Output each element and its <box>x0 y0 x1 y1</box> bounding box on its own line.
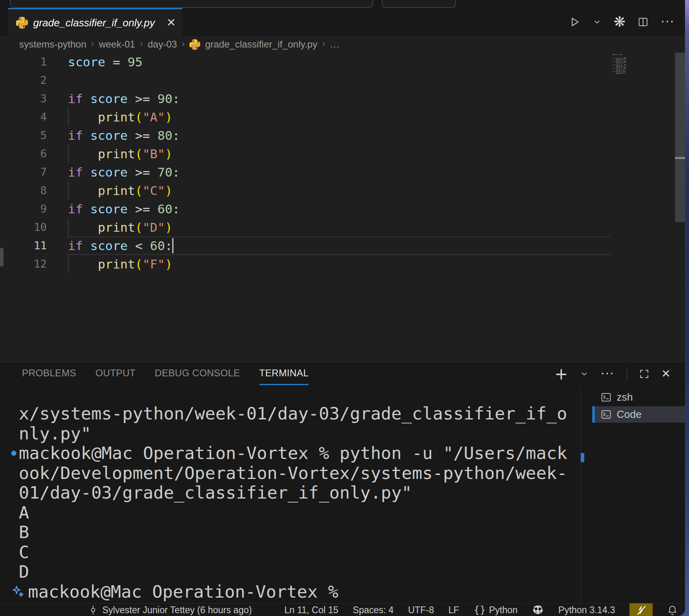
code-line[interactable]: 11if score < 60: <box>0 236 685 255</box>
status-notifications[interactable] <box>667 604 678 616</box>
activity-bar-sliver[interactable] <box>0 248 4 266</box>
play-icon <box>569 16 581 28</box>
chevron-down-icon <box>580 370 589 378</box>
panel-tab-problems[interactable]: PROBLEMS <box>22 362 76 385</box>
panel-tabs: PROBLEMSOUTPUTDEBUG CONSOLETERMINAL <box>22 362 309 385</box>
terminal-profile-dropdown[interactable] <box>580 370 589 378</box>
command-center[interactable] <box>10 0 373 8</box>
code-line[interactable]: 2 <box>0 71 685 89</box>
terminal-tab-zsh[interactable]: zsh <box>592 389 685 405</box>
minimap[interactable]: score = 95if score >= 90: print("A")if s… <box>612 54 672 75</box>
current-line-highlight <box>67 236 611 255</box>
breadcrumb-item[interactable]: grade_classifier_if_only.py <box>205 39 317 50</box>
code-line[interactable]: 9if score >= 60: <box>0 200 685 218</box>
status-language-mode[interactable]: {}Python <box>474 604 518 616</box>
code-text: if score >= 70: <box>47 163 180 181</box>
status-python-interpreter[interactable]: Python 3.14.3 <box>558 604 615 616</box>
status-label: Ln 11, Col 15 <box>284 605 338 616</box>
editor-tab[interactable]: grade_classifier_if_only.py ✕ <box>8 8 182 36</box>
code-text: if score >= 90: <box>47 89 180 108</box>
code-text: print("F") <box>47 255 172 273</box>
code-line[interactable]: 8 print("C") <box>0 181 685 200</box>
terminal-text: A <box>19 503 29 523</box>
status-python-env-warning[interactable] <box>629 603 653 616</box>
new-terminal[interactable]: + <box>554 366 568 382</box>
status-encoding[interactable]: UTF-8 <box>408 604 434 616</box>
status-label: Python <box>489 605 518 616</box>
terminal-output[interactable]: x/systems-python/week-01/day-03/grade_cl… <box>19 404 567 602</box>
plus-icon: + <box>554 366 568 382</box>
status-label: Python 3.14.3 <box>558 605 615 616</box>
code-editor[interactable]: 1score = 9523if score >= 90:4 print("A")… <box>0 53 685 362</box>
breadcrumb-item[interactable]: systems-python <box>19 39 86 50</box>
code-line[interactable]: 4 print("A") <box>0 108 685 126</box>
panel-actions-separator <box>627 368 627 380</box>
line-number: 12 <box>0 255 47 273</box>
status-git-blame[interactable]: Sylvester Junior Tettey (6 hours ago) <box>88 604 252 616</box>
code-line[interactable]: 1score = 95 <box>0 53 685 71</box>
terminal-line: x/systems-python/week-01/day-03/grade_cl… <box>19 404 567 424</box>
code-line[interactable]: 12 print("F") <box>0 255 685 273</box>
run-options-dropdown[interactable] <box>593 18 601 26</box>
breadcrumb-item[interactable]: week-01 <box>99 39 135 50</box>
layout-controls[interactable] <box>382 0 456 8</box>
indent-guide <box>68 181 69 200</box>
panel-tab-debug-console[interactable]: DEBUG CONSOLE <box>155 362 240 385</box>
status-end-of-line[interactable]: LF <box>448 604 459 616</box>
code-line[interactable]: 5if score >= 80: <box>0 126 685 145</box>
indent-guide <box>68 218 69 236</box>
terminal-command-marker <box>581 453 584 462</box>
line-number: 3 <box>0 89 47 108</box>
more-editor-actions[interactable]: ··· <box>661 16 675 28</box>
editor-scrollbar[interactable] <box>675 53 685 222</box>
status-copilot[interactable] <box>532 604 544 616</box>
chatgpt-extension[interactable]: ❋ <box>613 15 625 29</box>
terminal-tab-code[interactable]: Code <box>592 406 685 423</box>
terminal-line: D <box>19 562 567 582</box>
bottom-panel: PROBLEMSOUTPUTDEBUG CONSOLETERMINAL +···… <box>0 362 685 603</box>
maximize-panel[interactable] <box>639 369 649 379</box>
split-editor-icon <box>637 16 649 28</box>
chevron-right-icon: › <box>182 39 185 49</box>
split-editor[interactable] <box>637 16 649 28</box>
chevron-right-icon: › <box>322 39 325 49</box>
scrollbar-marker <box>675 157 685 159</box>
code-line[interactable]: 3if score >= 90: <box>0 89 685 108</box>
close-panel[interactable]: ✕ <box>661 368 671 380</box>
line-number: 2 <box>0 71 47 89</box>
python-icon <box>189 39 200 50</box>
ellipsis-icon: ··· <box>661 16 675 28</box>
code-text: print("A") <box>47 108 172 126</box>
status-label: LF <box>448 605 459 616</box>
run-python-file[interactable] <box>569 16 581 28</box>
line-number: 1 <box>0 53 47 71</box>
close-tab-icon[interactable]: ✕ <box>167 17 176 28</box>
code-text <box>47 71 68 89</box>
sparkle-icon <box>11 585 28 598</box>
terminal-line: A <box>19 503 567 523</box>
panel-tab-output[interactable]: OUTPUT <box>96 362 135 385</box>
line-number: 5 <box>0 126 47 145</box>
breadcrumb: systems-python›week-01›day-03›grade_clas… <box>0 36 685 53</box>
line-number: 7 <box>0 163 47 181</box>
code-line[interactable]: 7if score >= 70: <box>0 163 685 181</box>
chevron-right-icon: › <box>91 39 94 49</box>
status-cursor-position[interactable]: Ln 11, Col 15 <box>284 604 338 616</box>
terminal-tab-label: Code <box>617 408 641 421</box>
terminal-text: mackook@Mac Operation-Vortex % <box>28 582 339 602</box>
code-line[interactable]: 6 print("B") <box>0 145 685 163</box>
code-line[interactable]: 10 print("D") <box>0 218 685 236</box>
breadcrumb-item[interactable]: … <box>330 39 340 50</box>
panel-tab-terminal[interactable]: TERMINAL <box>259 362 309 385</box>
code-text: print("D") <box>47 218 172 236</box>
breadcrumb-item[interactable]: day-03 <box>147 39 177 50</box>
status-label: Spaces: 4 <box>353 605 394 616</box>
terminal-text: 01/day-03/grade_classifier_if_only.py" <box>19 483 412 503</box>
braces-icon: {} <box>474 605 486 615</box>
status-indentation[interactable]: Spaces: 4 <box>353 604 394 616</box>
indent-guide <box>68 108 69 126</box>
text-cursor <box>172 238 173 253</box>
terminal-views-more[interactable]: ··· <box>601 368 615 380</box>
code-text: print("C") <box>47 181 172 200</box>
code-text: score = 95 <box>47 53 143 71</box>
